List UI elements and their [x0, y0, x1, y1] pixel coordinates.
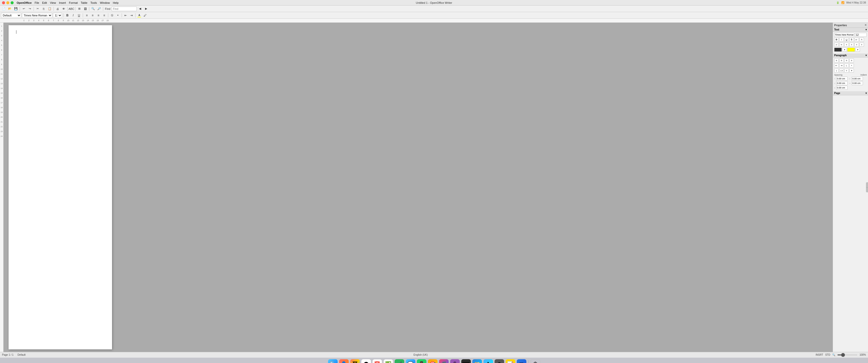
style-selector[interactable]: Default: [1, 13, 21, 18]
dock-icon-mail[interactable]: ✉: [517, 359, 526, 363]
superscript-btn[interactable]: x²: [834, 43, 839, 46]
highlight-arrow[interactable]: ▾: [856, 47, 860, 52]
print-button[interactable]: 🖨: [55, 6, 60, 11]
find-prev-button[interactable]: ◀: [137, 6, 143, 11]
para-align-center[interactable]: ≡: [839, 59, 844, 63]
align-left-button[interactable]: ≡: [84, 13, 89, 18]
dock-icon-files[interactable]: 📁: [472, 359, 482, 363]
align-justify-button[interactable]: ≡: [102, 13, 107, 18]
indent-before-input[interactable]: [851, 77, 863, 81]
dock-icon-keynote[interactable]: 🎯: [428, 359, 437, 363]
italic-button[interactable]: I: [71, 13, 76, 18]
text-section-title[interactable]: Text ▾: [833, 28, 868, 32]
page-section-title[interactable]: Page ▾: [833, 91, 868, 95]
dock-icon-notes[interactable]: 📝: [506, 359, 515, 363]
copy-button[interactable]: ⎘: [41, 6, 46, 11]
spell-check-button[interactable]: ABC: [69, 6, 74, 11]
menu-item-tools[interactable]: Tools: [90, 1, 97, 4]
para-list-bullet[interactable]: •: [849, 64, 854, 68]
para-indent-less[interactable]: ⇤: [834, 64, 839, 68]
dock-icon-finder[interactable]: 🔍: [328, 359, 338, 363]
dock-icon-contacts[interactable]: 👤: [339, 359, 349, 363]
decrease-indent-button[interactable]: ⇤: [123, 13, 128, 18]
dock-icon-podcast[interactable]: 🎙: [450, 359, 460, 363]
underline-button[interactable]: U: [76, 13, 82, 18]
menu-item-window[interactable]: Window: [100, 1, 110, 4]
panel-collapse-button[interactable]: ›: [866, 182, 868, 192]
strikethrough-icon-btn[interactable]: S̶: [849, 38, 854, 42]
line-spacing-btn[interactable]: ≡: [844, 69, 849, 73]
bold-button[interactable]: B: [65, 13, 70, 18]
italic-icon-btn[interactable]: I: [839, 38, 844, 42]
align-right-button[interactable]: ≡: [96, 13, 101, 18]
close-button[interactable]: [2, 1, 5, 4]
shadow-icon-btn[interactable]: A⁻: [855, 38, 859, 42]
font-selector[interactable]: Times New Roman: [22, 13, 52, 18]
document-canvas[interactable]: [3, 23, 833, 352]
para-align-left[interactable]: ≡: [834, 59, 839, 63]
maximize-button[interactable]: [10, 1, 13, 4]
spacing-below-input[interactable]: [836, 81, 847, 85]
undo-button[interactable]: ↩: [21, 6, 27, 11]
dock-icon-reminders[interactable]: ✅: [383, 359, 393, 363]
dock-icon-photos[interactable]: 🖼: [350, 359, 360, 363]
open-button[interactable]: 📂: [7, 6, 12, 11]
align-right-icon[interactable]: ≡: [855, 43, 859, 46]
underline-icon-btn[interactable]: U: [844, 38, 849, 42]
find-input[interactable]: [112, 6, 137, 11]
print-preview-button[interactable]: 👁: [61, 6, 66, 11]
redo-button[interactable]: ↪: [27, 6, 33, 11]
dock-icon-messages[interactable]: 💬: [406, 359, 415, 363]
increase-indent-button[interactable]: ⇥: [129, 13, 134, 18]
insert-image-button[interactable]: 🖼: [83, 6, 88, 11]
menu-item-insert[interactable]: Insert: [59, 1, 66, 4]
menu-item-openoffice[interactable]: OpenOffice: [17, 1, 32, 4]
font-size-input[interactable]: [855, 33, 867, 37]
bold-icon-btn[interactable]: B: [834, 38, 839, 42]
font-size-selector[interactable]: 12: [53, 13, 62, 18]
align-center-icon[interactable]: ≡: [849, 43, 854, 46]
align-center-button[interactable]: ≡: [90, 13, 95, 18]
properties-close-button[interactable]: ✕: [865, 24, 867, 27]
insert-table-button[interactable]: ⊞: [76, 6, 82, 11]
find-next-button[interactable]: ▶: [143, 6, 149, 11]
menu-item-table[interactable]: Table: [81, 1, 87, 4]
numbering-button[interactable]: ①: [110, 13, 115, 18]
highlight-swatch[interactable]: [847, 47, 855, 52]
dock-icon-downloads[interactable]: ⬇: [484, 359, 493, 363]
para-align-justify[interactable]: ≡: [849, 59, 854, 63]
dock-icon-music[interactable]: 🎵: [439, 359, 448, 363]
dock-icon-whatsapp[interactable]: 📱: [417, 359, 427, 363]
align-left-icon[interactable]: ≡: [844, 43, 849, 46]
document-page[interactable]: [8, 25, 112, 350]
menu-item-edit[interactable]: Edit: [42, 1, 47, 4]
dock-icon-facetime[interactable]: 📹: [395, 359, 404, 363]
indent-after-input[interactable]: [851, 81, 863, 85]
spacing-above-input[interactable]: [836, 77, 847, 81]
line-height-input[interactable]: [836, 86, 847, 90]
application-menu[interactable]: OpenOffice File Edit View Insert Format …: [17, 1, 119, 4]
zoom-out-button[interactable]: 🔍: [90, 6, 96, 11]
align-justify-icon[interactable]: ≡: [860, 43, 864, 46]
para-list-num[interactable]: 1.: [844, 64, 849, 68]
paragraph-section-title[interactable]: Paragraph ▾: [833, 54, 868, 58]
line-spacing-arrow[interactable]: ▾: [849, 69, 854, 73]
highlight-button[interactable]: 🖊: [143, 13, 148, 18]
subscript-btn[interactable]: x₂: [839, 43, 844, 46]
font-color-swatch[interactable]: A: [834, 47, 842, 52]
font-color-button[interactable]: A: [137, 13, 142, 18]
save-button[interactable]: 💾: [13, 6, 19, 11]
menu-item-view[interactable]: View: [50, 1, 56, 4]
dock-icon-terminal[interactable]: ⌨: [461, 359, 471, 363]
dock-icon-chrome[interactable]: ⬤: [361, 359, 371, 363]
dock-icon-settings[interactable]: ⚙: [495, 359, 504, 363]
minimize-button[interactable]: [6, 1, 9, 4]
zoom-slider[interactable]: [837, 355, 858, 356]
font-name-input[interactable]: [834, 33, 855, 37]
new-button[interactable]: 📄: [1, 6, 6, 11]
dock-icon-trash[interactable]: 🗑: [531, 359, 540, 363]
menu-item-help[interactable]: Help: [113, 1, 119, 4]
zoom-in-button[interactable]: 🔎: [96, 6, 102, 11]
line-spacing-15[interactable]: 1.5: [839, 69, 844, 73]
window-controls[interactable]: [2, 1, 13, 4]
